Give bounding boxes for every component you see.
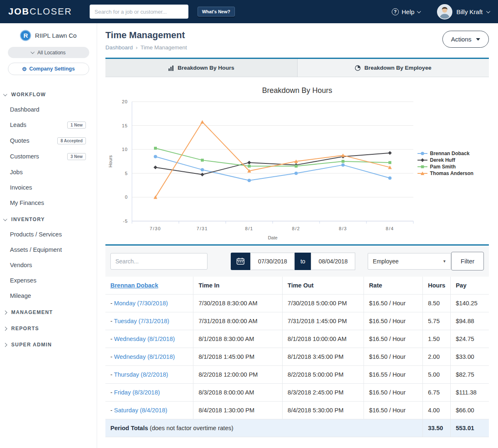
chevron-down-icon bbox=[31, 50, 35, 54]
col-rate: Rate bbox=[364, 277, 423, 295]
day-cell: - Friday (8/3/2018) bbox=[105, 384, 193, 402]
pay-cell: $66.00 bbox=[451, 402, 489, 419]
svg-text:8/1: 8/1 bbox=[245, 226, 254, 231]
time-in-cell: 8/2/2018 12:00:00 PM bbox=[193, 366, 283, 384]
chevron-down-icon bbox=[417, 9, 421, 13]
sidebar-item-label: Dashboard bbox=[10, 106, 39, 113]
table-search-input[interactable] bbox=[110, 253, 208, 270]
sidebar-section-reports[interactable]: REPORTS bbox=[0, 321, 97, 336]
sidebar-item-products-services[interactable]: Products / Services bbox=[0, 226, 97, 242]
app-logo[interactable]: JOBCLOSER bbox=[8, 6, 72, 17]
sidebar-section-inventory[interactable]: INVENTORY bbox=[0, 212, 97, 226]
all-locations-label: All Locations bbox=[37, 50, 66, 56]
sidebar: R RIIPL Lawn Co All Locations ⚙ Company … bbox=[0, 23, 97, 448]
day-link[interactable]: Wednesday (8/1/2018) bbox=[114, 353, 175, 360]
sidebar-item-dashboard[interactable]: Dashboard bbox=[0, 102, 97, 117]
filter-button[interactable]: Filter bbox=[451, 252, 484, 270]
sidebar-item-label: Products / Services bbox=[10, 231, 62, 238]
time-in-cell: 8/1/2018 1:45:00 PM bbox=[193, 348, 283, 366]
sidebar-item-mileage[interactable]: Mileage bbox=[0, 288, 97, 303]
legend-item-derek-huff[interactable]: Derek Huff bbox=[417, 157, 489, 163]
time-out-cell: 8/3/2018 2:45:00 PM bbox=[283, 384, 364, 402]
day-link[interactable]: Wednesday (8/1/2018) bbox=[114, 336, 175, 342]
legend-item-pam-smith[interactable]: Pam Smith bbox=[417, 164, 489, 170]
sidebar-item-invoices[interactable]: Invoices bbox=[0, 180, 97, 195]
day-link[interactable]: Tuesday (7/31/2018) bbox=[114, 318, 169, 324]
all-locations-dropdown[interactable]: All Locations bbox=[8, 47, 89, 58]
day-link[interactable]: Thursday (8/2/2018) bbox=[114, 371, 168, 378]
help-label: Help bbox=[402, 8, 415, 15]
table-row: - Wednesday (8/1/2018)8/1/2018 8:30:00 A… bbox=[105, 330, 489, 348]
tabs-container: Breakdown By Hours Breakdown By Employee bbox=[105, 58, 489, 77]
company-name: RIIPL Lawn Co bbox=[35, 32, 76, 39]
sidebar-nav: WORKFLOWDashboardLeads1 NewQuotes8 Accep… bbox=[0, 88, 97, 352]
page-title: Time Management bbox=[105, 30, 489, 41]
sidebar-badge: 3 New bbox=[67, 153, 86, 160]
company-logo: R bbox=[20, 30, 31, 41]
company-settings-button[interactable]: ⚙ Company Settings bbox=[8, 63, 89, 75]
actions-button[interactable]: Actions bbox=[442, 31, 489, 48]
section-label: REPORTS bbox=[11, 326, 39, 331]
company-selector[interactable]: R RIIPL Lawn Co bbox=[0, 30, 97, 41]
day-cell: - Thursday (8/2/2018) bbox=[105, 366, 193, 384]
global-search-input[interactable] bbox=[90, 5, 188, 19]
employee-name-link[interactable]: Brennan Doback bbox=[110, 282, 158, 289]
sidebar-item-assets-equipment[interactable]: Assets / Equipment bbox=[0, 242, 97, 257]
sidebar-item-jobs[interactable]: Jobs bbox=[0, 164, 97, 180]
day-link[interactable]: Monday (7/30/2018) bbox=[114, 300, 168, 307]
table-row: - Tuesday (7/31/2018)7/31/2018 8:00:00 A… bbox=[105, 312, 489, 330]
employee-select-value: Employee bbox=[373, 258, 398, 265]
sidebar-section-workflow[interactable]: WORKFLOW bbox=[0, 88, 97, 102]
page-header: Time Management Dashboard›Time Managemen… bbox=[105, 23, 489, 51]
breadcrumb: Dashboard›Time Management bbox=[105, 44, 489, 51]
hours-cell: 2.00 bbox=[423, 348, 451, 366]
legend-label: Thomas Anderson bbox=[430, 170, 474, 176]
legend-item-brennan-doback[interactable]: Brennan Doback bbox=[417, 151, 489, 156]
sidebar-item-label: My Finances bbox=[10, 200, 44, 206]
hours-chart-svg: -5051015207/307/318/18/28/38/4DateHours bbox=[105, 96, 417, 243]
whats-new-button[interactable]: What's New? bbox=[198, 7, 235, 17]
sidebar-item-vendors[interactable]: Vendors bbox=[0, 257, 97, 273]
sidebar-item-my-finances[interactable]: My Finances bbox=[0, 195, 97, 210]
pay-cell: $33.00 bbox=[451, 348, 489, 366]
sidebar-badge: 1 New bbox=[67, 122, 86, 129]
tab-breakdown-by-hours[interactable]: Breakdown By Hours bbox=[105, 59, 297, 77]
sidebar-item-customers[interactable]: Customers3 New bbox=[0, 149, 97, 164]
sidebar-item-label: Mileage bbox=[10, 292, 31, 299]
employee-select[interactable]: Employee ▼ bbox=[368, 253, 451, 270]
date-to-field[interactable]: 08/04/2018 bbox=[311, 253, 355, 270]
sidebar-item-expenses[interactable]: Expenses bbox=[0, 273, 97, 288]
timesheet-body: - Monday (7/30/2018)7/30/2018 8:30:00 AM… bbox=[105, 295, 489, 419]
period-totals-note: (does not factor overtime rates) bbox=[148, 425, 234, 431]
tab-label: Breakdown By Hours bbox=[178, 65, 234, 71]
chevron-down-icon bbox=[486, 9, 491, 13]
legend-item-thomas-anderson[interactable]: Thomas Anderson bbox=[417, 170, 489, 176]
day-link[interactable]: Saturday (8/4/2018) bbox=[114, 407, 167, 414]
sidebar-section-management[interactable]: MANAGEMENT bbox=[0, 305, 97, 319]
time-in-cell: 8/3/2018 8:00:00 AM bbox=[193, 384, 283, 402]
svg-text:20: 20 bbox=[122, 99, 128, 104]
total-pay-cell: 553.01 bbox=[451, 419, 489, 437]
svg-text:0: 0 bbox=[125, 195, 128, 200]
chevron-down-icon bbox=[3, 217, 7, 221]
day-link[interactable]: Friday (8/3/2018) bbox=[114, 389, 160, 396]
chart-card: Breakdown By Hours -5051015207/307/318/1… bbox=[105, 77, 489, 244]
date-from-field[interactable]: 07/30/2018 bbox=[250, 253, 295, 270]
time-out-cell: 7/31/2018 1:45:00 PM bbox=[283, 312, 364, 330]
col-pay: Pay bbox=[451, 277, 489, 295]
svg-text:7/31: 7/31 bbox=[197, 226, 208, 231]
tab-breakdown-by-employee[interactable]: Breakdown By Employee bbox=[297, 59, 489, 77]
help-menu[interactable]: ? Help bbox=[392, 8, 420, 15]
sidebar-item-leads[interactable]: Leads1 New bbox=[0, 117, 97, 133]
user-menu[interactable]: Billy Kraft bbox=[437, 4, 490, 19]
time-in-cell: 7/31/2018 8:00:00 AM bbox=[193, 312, 283, 330]
hours-cell: 5.75 bbox=[423, 312, 451, 330]
chart-legend: Brennan DobackDerek HuffPam SmithThomas … bbox=[417, 150, 489, 190]
rate-cell: $16.50 / Hour bbox=[364, 312, 423, 330]
svg-text:15: 15 bbox=[122, 123, 128, 128]
sidebar-item-quotes[interactable]: Quotes8 Accepted bbox=[0, 133, 97, 149]
calendar-button[interactable] bbox=[231, 253, 250, 270]
col-employee: Brennan Doback bbox=[105, 277, 193, 295]
breadcrumb-dashboard-link[interactable]: Dashboard bbox=[105, 44, 133, 51]
sidebar-section-super-admin[interactable]: SUPER ADMIN bbox=[0, 338, 97, 352]
